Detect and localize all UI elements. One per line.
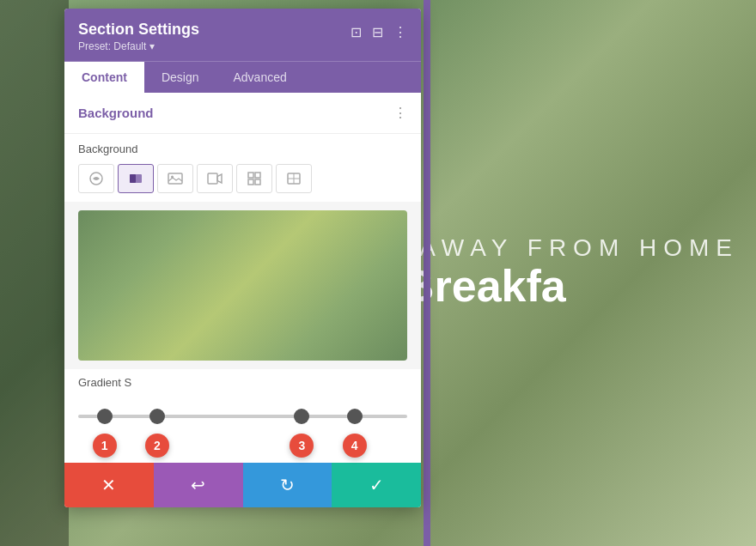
stop-badge-2[interactable]: 2 xyxy=(145,434,169,458)
svg-rect-6 xyxy=(248,173,253,178)
reset-button[interactable]: ↩ xyxy=(154,463,243,507)
color-bg-icon xyxy=(129,172,143,185)
svg-rect-9 xyxy=(255,179,260,185)
columns-icon[interactable]: ⊟ xyxy=(372,24,383,40)
slider-dot-2[interactable] xyxy=(149,409,165,424)
mask-bg-icon xyxy=(287,172,301,185)
background-section-header: Background ⋮ xyxy=(64,93,421,134)
confirm-button[interactable]: ✓ xyxy=(332,463,421,507)
tab-design[interactable]: Design xyxy=(144,62,216,93)
svg-rect-8 xyxy=(248,179,253,185)
no-bg-icon xyxy=(89,172,103,185)
action-bar: ✕ ↩ ↻ ✓ xyxy=(64,463,421,507)
panel-body: Background ⋮ Background xyxy=(64,93,421,463)
gradient-slider-full[interactable]: 1 2 3 4 xyxy=(78,397,407,458)
pattern-bg-icon xyxy=(247,172,261,185)
no-bg-button[interactable] xyxy=(78,164,114,193)
pattern-bg-button[interactable] xyxy=(236,164,272,193)
color-bg-button[interactable] xyxy=(118,164,154,193)
slider-dot-1[interactable] xyxy=(97,409,113,424)
panel-header: Section Settings Preset: Default ⊡ ⊟ ⋮ xyxy=(64,9,421,61)
svg-rect-5 xyxy=(208,173,217,184)
redo-button[interactable]: ↻ xyxy=(243,463,332,507)
panel-tabs: Content Design Advanced xyxy=(64,61,421,93)
gradient-stops-row: Gradient S xyxy=(64,369,421,392)
svg-rect-3 xyxy=(168,173,182,184)
panel-header-left: Section Settings Preset: Default xyxy=(78,21,199,52)
expand-icon[interactable]: ⊡ xyxy=(351,24,362,40)
background-label-row: Background xyxy=(64,134,421,161)
slider-dot-3[interactable] xyxy=(294,409,309,424)
section-more-icon[interactable]: ⋮ xyxy=(393,105,407,121)
left-overlay xyxy=(0,0,69,546)
panel-title: Section Settings xyxy=(78,21,199,39)
divider-bar xyxy=(424,0,430,546)
cancel-button[interactable]: ✕ xyxy=(64,463,154,507)
mask-bg-button[interactable] xyxy=(276,164,312,193)
section-settings-panel: Section Settings Preset: Default ⊡ ⊟ ⋮ C… xyxy=(64,9,421,507)
image-bg-button[interactable] xyxy=(157,164,193,193)
gradient-preview[interactable] xyxy=(78,210,407,361)
video-bg-button[interactable] xyxy=(197,164,233,193)
background-type-icons xyxy=(64,161,421,202)
svg-rect-7 xyxy=(255,173,260,178)
stop-badge-3[interactable]: 3 xyxy=(290,434,314,458)
panel-header-icons: ⊡ ⊟ ⋮ xyxy=(351,21,407,40)
more-icon[interactable]: ⋮ xyxy=(393,24,407,40)
stop-badge-4[interactable]: 4 xyxy=(343,434,367,458)
video-bg-icon xyxy=(207,172,223,185)
image-bg-icon xyxy=(168,172,183,185)
gradient-stops-label: Gradient S xyxy=(78,376,131,389)
slider-dot-4[interactable] xyxy=(347,409,363,424)
background-section-title: Background xyxy=(78,106,154,120)
tab-advanced[interactable]: Advanced xyxy=(216,62,303,93)
panel-preset[interactable]: Preset: Default xyxy=(78,40,199,52)
svg-rect-2 xyxy=(130,174,136,183)
tab-content[interactable]: Content xyxy=(64,62,144,93)
background-label: Background xyxy=(78,143,407,155)
gradient-slider-area[interactable]: 1 2 3 4 xyxy=(64,392,421,463)
stop-badge-1[interactable]: 1 xyxy=(93,434,117,458)
